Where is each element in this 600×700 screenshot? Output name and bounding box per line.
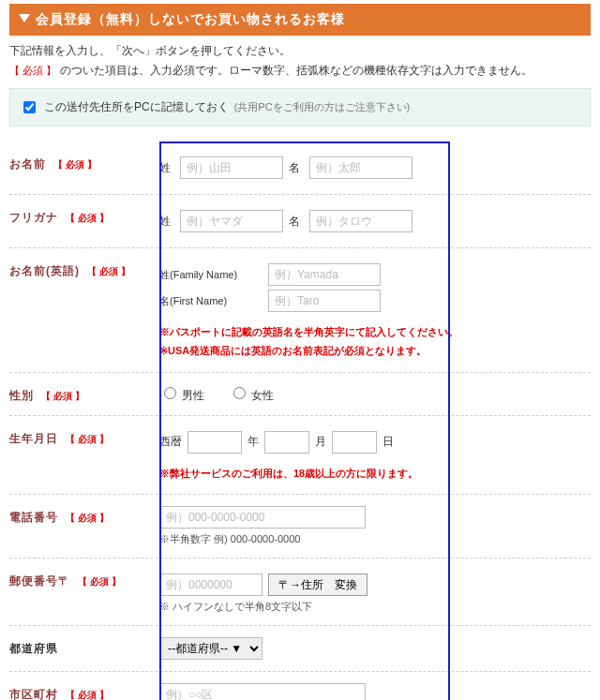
label-birth-req: 【 必須 】 [66, 434, 109, 444]
name-mei-input[interactable] [309, 156, 412, 179]
label-pref: 都道府県 [9, 637, 159, 660]
gender-male-option[interactable]: 男性 [159, 389, 208, 402]
label-name-text: お名前 [9, 157, 46, 171]
mei-label: 名 [289, 160, 304, 176]
name-en-note: ※パスポートに記載の英語名を半角英字にて記入してください。 ※USA発送商品には… [159, 323, 591, 361]
row-name: お名前 【 必須 】 姓 名 [9, 141, 591, 195]
label-phone-text: 電話番号 [9, 511, 58, 524]
remember-box: この送付先住所をPCに記憶しておく(共用PCをご利用の方はご注意下さい) [9, 88, 591, 127]
row-birth: 生年月日 【 必須 】 西暦 年 月 日 ※弊社サービスのご利用は、18歳以上の… [9, 416, 591, 496]
row-gender: 性別 【 必須 】 男性 女性 [9, 373, 591, 416]
label-gender: 性別 【 必須 】 [9, 384, 159, 404]
birth-era: 西暦 [159, 434, 182, 450]
phone-note: ※半角数字 例) 000-0000-0000 [159, 532, 591, 546]
city-input[interactable] [159, 683, 366, 700]
row-postal: 郵便番号〒 【 必須 】 〒→住所 変換 ※ ハイフンなしで半角8文字以下 [9, 559, 591, 626]
gender-female-text: 女性 [251, 389, 274, 402]
name-sei-input[interactable] [180, 156, 283, 179]
kana-sei-input[interactable] [180, 210, 283, 232]
row-pref: 都道府県 --都道府県-- ▼ [9, 626, 591, 672]
birth-m: 月 [315, 434, 326, 450]
postal-convert-button[interactable]: 〒→住所 変換 [268, 573, 368, 596]
postal-note: ※ ハイフンなしで半角8文字以下 [159, 600, 591, 614]
label-birth-text: 生年月日 [9, 432, 58, 445]
chevron-down-icon [19, 14, 30, 22]
label-postal: 郵便番号〒 【 必須 】 [9, 570, 159, 614]
kana-mei-label: 名 [289, 214, 304, 230]
birth-note: ※弊社サービスのご利用は、18歳以上の方に限ります。 [159, 465, 591, 484]
row-kana: フリガナ 【 必須 】 姓 名 [9, 195, 591, 248]
birth-year-input[interactable] [188, 431, 242, 454]
required-badge: 【 必須 】 [9, 65, 56, 76]
section-title: 会員登録（無料）しないでお買い物されるお客様 [36, 11, 345, 26]
label-kana: フリガナ 【 必須 】 [9, 206, 159, 236]
first-label: 名(First Name) [159, 294, 262, 308]
row-name-en: お名前(英語) 【 必須 】 姓(Family Name) 名(First Na… [9, 248, 591, 373]
row-phone: 電話番号 【 必須 】 ※半角数字 例) 000-0000-0000 [9, 495, 591, 559]
label-name: お名前 【 必須 】 [9, 153, 159, 183]
gender-female-radio[interactable] [233, 387, 246, 399]
kana-sei-label: 姓 [159, 214, 174, 230]
label-pref-text: 都道府県 [9, 642, 58, 655]
label-phone: 電話番号 【 必須 】 [9, 506, 159, 546]
phone-input[interactable] [159, 506, 366, 529]
birth-month-input[interactable] [264, 431, 309, 454]
row-city: 市区町村 【 必須 】 [9, 672, 591, 700]
family-label: 姓(Family Name) [159, 268, 262, 282]
label-name-en-text: お名前(英語) [9, 264, 80, 277]
label-kana-text: フリガナ [9, 211, 58, 224]
label-gender-text: 性別 [9, 389, 34, 402]
remember-checkbox[interactable] [23, 101, 36, 113]
kana-mei-input[interactable] [309, 210, 412, 232]
section-header: 会員登録（無料）しないでお買い物されるお客様 [9, 4, 591, 36]
birth-day-input[interactable] [332, 431, 377, 454]
label-city: 市区町村 【 必須 】 [9, 683, 159, 700]
name-en-note-1: ※パスポートに記載の英語名を半角英字にて記入してください。 [159, 323, 591, 342]
remember-sub: (共用PCをご利用の方はご注意下さい) [234, 100, 411, 114]
label-birth: 生年月日 【 必須 】 [9, 427, 159, 484]
label-name-en-req: 【 必須 】 [87, 266, 130, 276]
label-kana-req: 【 必須 】 [66, 213, 109, 223]
first-name-input[interactable] [268, 290, 381, 312]
label-city-text: 市区町村 [9, 688, 58, 700]
gender-female-option[interactable]: 女性 [229, 389, 274, 402]
label-name-req: 【 必須 】 [53, 159, 97, 170]
intro-line-2-text: のついた項目は、入力必須です。ローマ数字、括弧株などの機種依存文字は入力できませ… [60, 64, 532, 77]
label-gender-req: 【 必須 】 [41, 391, 84, 401]
intro-line-2: 【 必須 】のついた項目は、入力必須です。ローマ数字、括弧株などの機種依存文字は… [9, 63, 591, 79]
label-postal-text: 郵便番号〒 [9, 574, 70, 588]
label-phone-req: 【 必須 】 [66, 513, 109, 523]
pref-select[interactable]: --都道府県-- ▼ [159, 637, 262, 660]
label-postal-req: 【 必須 】 [78, 576, 121, 587]
form-area: お名前 【 必須 】 姓 名 フリガナ 【 必須 】 姓 名 [9, 141, 591, 700]
label-name-en: お名前(英語) 【 必須 】 [9, 260, 159, 361]
gender-male-text: 男性 [182, 389, 204, 402]
postal-input[interactable] [159, 573, 262, 596]
birth-d: 日 [382, 434, 394, 450]
label-city-req: 【 必須 】 [66, 690, 109, 700]
name-en-note-2: ※USA発送商品には英語のお名前表記が必須となります。 [159, 342, 591, 361]
gender-male-radio[interactable] [164, 387, 176, 399]
birth-y: 年 [248, 434, 259, 450]
sei-label: 姓 [159, 160, 174, 176]
intro-line-1: 下記情報を入力し、「次へ」ボタンを押してください。 [9, 43, 591, 59]
remember-label: この送付先住所をPCに記憶しておく [44, 99, 229, 115]
family-name-input[interactable] [268, 263, 381, 286]
